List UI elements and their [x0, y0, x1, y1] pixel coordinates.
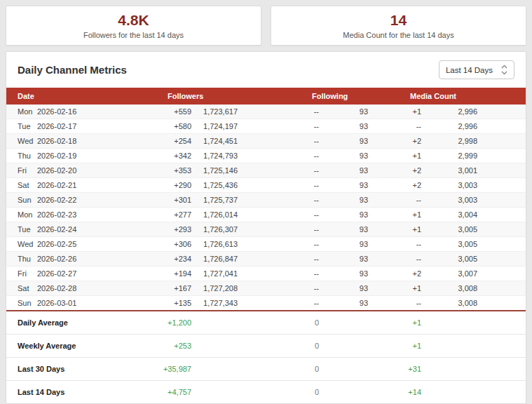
row-date: 2026-02-17 — [37, 119, 155, 134]
date-range-value: Last 14 Days — [446, 66, 493, 74]
table-row: Mon2026-02-16+5591,723,617--93+12,996 — [6, 105, 526, 119]
followers-change: +290 — [155, 178, 198, 193]
summary-row: Daily Average+1,2000+1 — [6, 311, 526, 335]
summary-followers-value: +253 — [155, 335, 198, 358]
media-total: 2,999 — [428, 149, 484, 163]
following-total: 93 — [326, 281, 375, 296]
followers-total: 1,723,617 — [198, 105, 245, 119]
following-change: -- — [245, 193, 326, 208]
following-change: -- — [245, 163, 326, 178]
spacer-cell — [428, 311, 484, 335]
media-count-stat-label: Media Count for the last 14 days — [343, 31, 453, 39]
row-filler — [484, 222, 526, 237]
summary-followers-value: +35,987 — [155, 358, 198, 381]
media-total: 3,005 — [428, 252, 484, 267]
following-change: -- — [245, 252, 326, 267]
table-row: Tue2026-02-24+2931,726,307--93+13,005 — [6, 222, 526, 237]
chevron-up-down-icon — [501, 65, 507, 75]
media-change: +1 — [375, 149, 428, 163]
header-followers: Followers — [155, 88, 245, 105]
summary-label: Daily Average — [6, 311, 155, 335]
following-total: 93 — [326, 134, 375, 149]
followers-total: 1,724,197 — [198, 119, 245, 134]
summary-followers-value: +4,757 — [155, 381, 198, 404]
row-filler — [484, 178, 526, 193]
row-date: 2026-03-01 — [37, 296, 155, 311]
media-total: 3,003 — [428, 193, 484, 208]
stat-cards: 4.8K Followers for the last 14 days 14 M… — [6, 6, 526, 46]
row-day-label: Sun — [6, 296, 37, 311]
followers-total: 1,726,613 — [198, 237, 245, 252]
media-change: -- — [375, 296, 428, 311]
date-range-select[interactable]: Last 14 Days — [439, 60, 514, 79]
following-change: -- — [245, 149, 326, 163]
table-row: Fri2026-02-20+3531,725,146--93+23,001 — [6, 163, 526, 178]
following-total: 93 — [326, 296, 375, 311]
panel-title: Daily Channel Metrics — [18, 64, 127, 76]
row-date: 2026-02-25 — [37, 237, 155, 252]
spacer-cell — [326, 311, 375, 335]
media-change: +2 — [375, 134, 428, 149]
row-date: 2026-02-20 — [37, 163, 155, 178]
row-day-label: Mon — [6, 105, 37, 119]
table-row: Fri2026-02-27+1941,727,041--93+23,007 — [6, 267, 526, 281]
summary-following-value: 0 — [245, 381, 326, 404]
summary-following-value: 0 — [245, 335, 326, 358]
followers-change: +194 — [155, 267, 198, 281]
media-change: +1 — [375, 281, 428, 296]
summary-label: Weekly Average — [6, 335, 155, 358]
table-row: Thu2026-02-19+3421,724,793--93+12,999 — [6, 149, 526, 163]
row-date: 2026-02-16 — [37, 105, 155, 119]
summary-row: Last 30 Days+35,9870+31 — [6, 358, 526, 381]
row-day-label: Fri — [6, 267, 37, 281]
row-filler — [484, 281, 526, 296]
following-total: 93 — [326, 178, 375, 193]
table-row: Sun2026-03-01+1351,727,343--93--3,008 — [6, 296, 526, 311]
spacer-cell — [198, 381, 245, 404]
row-day-label: Tue — [6, 222, 37, 237]
followers-change: +559 — [155, 105, 198, 119]
summary-row: Weekly Average+2530+1 — [6, 335, 526, 358]
row-filler — [484, 267, 526, 281]
row-filler — [484, 296, 526, 311]
followers-total: 1,725,737 — [198, 193, 245, 208]
row-date: 2026-02-26 — [37, 252, 155, 267]
row-day-label: Sat — [6, 281, 37, 296]
row-day-label: Wed — [6, 237, 37, 252]
panel-header: Daily Channel Metrics Last 14 Days — [6, 52, 526, 88]
following-change: -- — [245, 281, 326, 296]
table-row: Wed2026-02-25+3061,726,613--93--3,005 — [6, 237, 526, 252]
followers-change: +342 — [155, 149, 198, 163]
followers-total: 1,727,208 — [198, 281, 245, 296]
row-filler — [484, 237, 526, 252]
media-count-stat-value: 14 — [390, 12, 407, 28]
row-date: 2026-02-23 — [37, 208, 155, 222]
followers-total: 1,727,343 — [198, 296, 245, 311]
media-total: 3,005 — [428, 222, 484, 237]
followers-change: +277 — [155, 208, 198, 222]
media-total: 3,007 — [428, 267, 484, 281]
spacer-cell — [484, 358, 526, 381]
following-total: 93 — [326, 267, 375, 281]
row-filler — [484, 193, 526, 208]
spacer-cell — [326, 358, 375, 381]
following-change: -- — [245, 222, 326, 237]
header-following: Following — [245, 88, 375, 105]
media-change: +2 — [375, 163, 428, 178]
spacer-cell — [484, 381, 526, 404]
summary-media-value: +14 — [375, 381, 428, 404]
media-total: 3,005 — [428, 237, 484, 252]
following-total: 93 — [326, 149, 375, 163]
row-day-label: Thu — [6, 252, 37, 267]
row-day-label: Sun — [6, 193, 37, 208]
row-filler — [484, 163, 526, 178]
summary-row: Last 14 Days+4,7570+14 — [6, 381, 526, 404]
daily-metrics-panel: Daily Channel Metrics Last 14 Days Date … — [6, 51, 526, 404]
row-day-label: Sat — [6, 178, 37, 193]
following-change: -- — [245, 296, 326, 311]
row-date: 2026-02-19 — [37, 149, 155, 163]
table-header-row: Date Followers Following Media Count — [6, 88, 526, 105]
media-change: +1 — [375, 105, 428, 119]
media-total: 3,004 — [428, 208, 484, 222]
followers-total: 1,727,041 — [198, 267, 245, 281]
